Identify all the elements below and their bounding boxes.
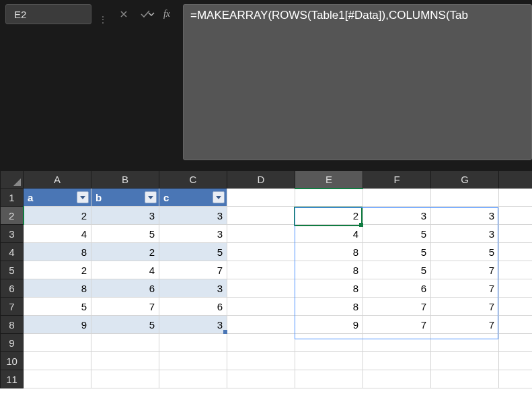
cell[interactable]: 7 [91,298,159,316]
row-header-7[interactable]: 7 [1,298,24,316]
cell[interactable] [91,334,159,352]
cell[interactable] [363,370,431,388]
cell[interactable] [227,334,295,352]
cell[interactable] [227,189,295,207]
cell[interactable] [295,370,363,388]
cell[interactable]: 8 [295,261,363,279]
row-header-11[interactable]: 11 [1,370,24,388]
row-header-6[interactable]: 6 [1,279,24,298]
cell[interactable]: 9 [295,316,363,334]
cell[interactable] [227,225,295,243]
cell[interactable]: 8 [295,243,363,261]
cell[interactable] [295,189,363,207]
cell[interactable] [499,207,533,225]
cell[interactable]: 5 [24,298,91,316]
enter-button[interactable] [136,4,155,24]
cell[interactable]: 7 [431,316,499,334]
cell[interactable] [227,261,295,279]
cell[interactable]: 5 [431,243,499,261]
cell[interactable] [431,334,499,352]
column-header-C[interactable]: C [159,171,227,189]
cell[interactable]: 9 [24,316,91,334]
cell[interactable]: 5 [91,225,159,243]
cell[interactable]: 5 [363,261,431,279]
cell[interactable] [227,316,295,334]
cell[interactable]: 7 [431,279,499,298]
cell[interactable] [24,370,91,388]
cell[interactable] [363,189,431,207]
filter-button[interactable] [145,191,157,203]
cell[interactable] [227,298,295,316]
cell[interactable]: 3 [431,207,499,225]
cell[interactable] [363,352,431,370]
cell[interactable] [159,334,227,352]
cell[interactable]: 7 [431,298,499,316]
select-all-corner[interactable] [1,171,24,189]
column-header-E[interactable]: E [295,171,363,189]
cell[interactable]: 7 [431,261,499,279]
row-header-1[interactable]: 1 [1,189,24,207]
formula-input[interactable]: =MAKEARRAY(ROWS(Table1[#Data]),COLUMNS(T… [183,4,532,160]
cell[interactable]: 3 [159,207,227,225]
cell[interactable]: b [91,189,159,207]
row-header-5[interactable]: 5 [1,261,24,279]
cell[interactable]: 5 [363,243,431,261]
cell[interactable] [499,298,533,316]
cell[interactable] [227,370,295,388]
cell[interactable]: 8 [295,279,363,298]
cell[interactable] [431,370,499,388]
cell[interactable] [499,279,533,298]
row-header-9[interactable]: 9 [1,334,24,352]
cell[interactable]: 4 [295,225,363,243]
cell[interactable] [227,279,295,298]
spreadsheet-grid[interactable]: ABCDEFG 1abc2233233345345348258555247857… [0,170,532,410]
cell[interactable]: 3 [159,279,227,298]
cell[interactable] [227,352,295,370]
cell[interactable] [159,352,227,370]
cell[interactable] [499,243,533,261]
cell[interactable] [499,189,533,207]
cell[interactable] [91,370,159,388]
cell[interactable]: 3 [91,207,159,225]
cell[interactable]: 8 [24,243,91,261]
cell[interactable] [227,207,295,225]
row-header-4[interactable]: 4 [1,243,24,261]
row-header-10[interactable]: 10 [1,352,24,370]
column-header-blank[interactable] [499,171,533,189]
cell[interactable]: a [24,189,91,207]
cell[interactable]: c [159,189,227,207]
cell[interactable]: 7 [363,298,431,316]
filter-button[interactable] [77,191,89,203]
cell[interactable]: 3 [159,316,227,334]
cell[interactable]: 7 [363,316,431,334]
column-header-G[interactable]: G [431,171,499,189]
cell[interactable]: 5 [363,225,431,243]
column-header-D[interactable]: D [227,171,295,189]
cell[interactable] [295,352,363,370]
cell[interactable] [499,370,533,388]
filter-button[interactable] [213,191,225,203]
column-header-A[interactable]: A [24,171,91,189]
row-header-8[interactable]: 8 [1,316,24,334]
cell[interactable] [431,352,499,370]
cell[interactable]: 7 [159,261,227,279]
cell[interactable] [24,334,91,352]
cell[interactable]: 8 [295,298,363,316]
row-header-3[interactable]: 3 [1,225,24,243]
cell[interactable]: 2 [295,207,363,225]
column-header-B[interactable]: B [91,171,159,189]
cell[interactable]: 3 [159,225,227,243]
cell[interactable] [431,189,499,207]
insert-function-button[interactable]: fx [157,4,176,24]
cell[interactable]: 6 [91,279,159,298]
cell[interactable]: 2 [91,243,159,261]
cell[interactable] [499,334,533,352]
cell[interactable] [24,352,91,370]
cell[interactable]: 6 [363,279,431,298]
cell[interactable] [499,261,533,279]
cell[interactable] [227,243,295,261]
cell[interactable] [499,316,533,334]
cell[interactable]: 3 [431,225,499,243]
cell[interactable]: 4 [91,261,159,279]
row-header-2[interactable]: 2 [1,207,24,225]
